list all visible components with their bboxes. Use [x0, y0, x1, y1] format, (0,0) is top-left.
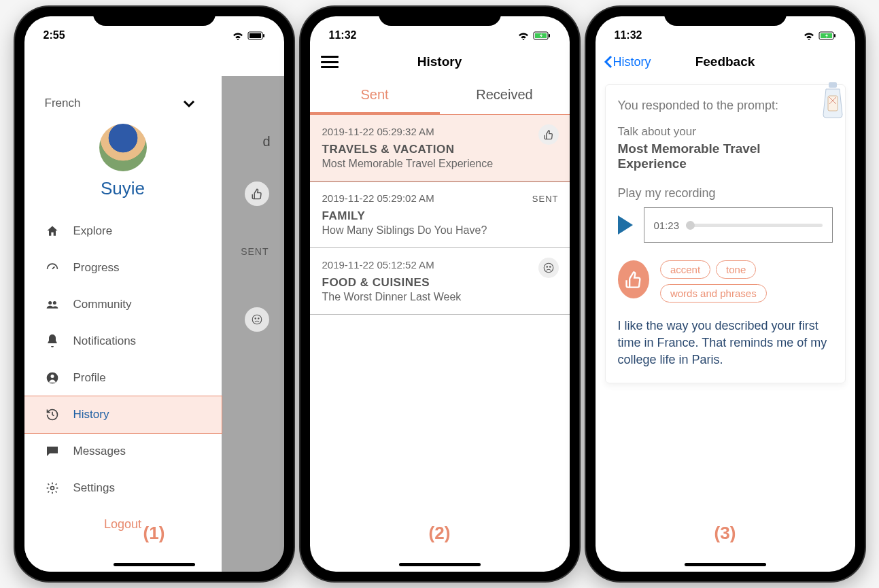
play-label: Play my recording	[618, 186, 833, 201]
history-icon	[45, 407, 60, 422]
menu-item-profile[interactable]: Profile	[24, 360, 222, 396]
svg-point-4	[255, 318, 256, 319]
status-time: 11:32	[615, 29, 642, 41]
svg-rect-21	[828, 96, 838, 111]
svg-point-16	[549, 266, 551, 268]
svg-rect-1	[249, 33, 261, 38]
tab-received[interactable]: Received	[440, 77, 570, 114]
user-icon	[45, 370, 60, 385]
svg-rect-20	[829, 82, 837, 88]
prompt-title: Most Memorable Travel Experience	[618, 141, 833, 171]
chevron-down-icon	[182, 99, 196, 108]
history-item[interactable]: 2019-11-22 05:29:32 AM TRAVELS & VACATIO…	[310, 115, 570, 181]
prompt-lead: Talk about your	[618, 125, 833, 139]
bottle-icon	[819, 81, 846, 119]
menu-button[interactable]	[321, 56, 339, 68]
message-icon	[45, 444, 60, 459]
svg-point-7	[52, 301, 56, 305]
phone-label: (1)	[143, 523, 165, 544]
prompt-intro: You responded to the prompt:	[618, 99, 833, 113]
navigation-drawer: French Suyie Explore Progress	[24, 76, 222, 572]
status-time: 2:55	[44, 29, 65, 41]
menu-label: Explore	[73, 224, 113, 238]
svg-point-9	[50, 375, 54, 378]
language-label: French	[45, 97, 81, 110]
history-subtitle: Most Memorable Travel Experience	[322, 158, 557, 170]
history-subtitle: How Many Siblings Do You Have?	[322, 224, 557, 237]
thumbs-up-icon	[538, 124, 559, 145]
battery-charging-icon	[818, 31, 836, 40]
feedback-tag[interactable]: words and phrases	[660, 284, 767, 302]
menu-label: Community	[73, 298, 132, 311]
history-date: 2019-11-22 05:29:32 AM	[322, 126, 557, 137]
history-category: TRAVELS & VACATION	[322, 143, 557, 156]
menu-item-explore[interactable]: Explore	[24, 213, 222, 249]
svg-point-14	[544, 263, 553, 273]
phone-label: (2)	[429, 523, 451, 544]
battery-charging-icon	[533, 31, 551, 40]
menu-label: Profile	[73, 371, 106, 385]
feedback-tag[interactable]: accent	[660, 260, 710, 279]
thumbs-up-badge	[618, 260, 649, 298]
bell-icon	[45, 334, 60, 349]
play-button[interactable]	[618, 215, 633, 235]
svg-point-15	[547, 266, 548, 268]
menu-item-community[interactable]: Community	[24, 286, 222, 323]
people-icon	[45, 297, 60, 312]
sent-label: SENT	[241, 246, 269, 257]
back-label: History	[613, 55, 651, 69]
menu-item-settings[interactable]: Settings	[24, 470, 222, 506]
svg-rect-2	[263, 34, 264, 37]
history-date: 2019-11-22 05:12:52 AM	[322, 259, 557, 271]
username: Suyie	[24, 178, 222, 199]
history-item[interactable]: 2019-11-22 05:29:02 AM FAMILY How Many S…	[310, 181, 570, 248]
tab-sent[interactable]: Sent	[310, 77, 440, 114]
menu-label: Notifications	[73, 334, 137, 348]
svg-rect-13	[549, 34, 550, 37]
svg-rect-19	[834, 34, 835, 37]
feedback-tag[interactable]: tone	[716, 260, 756, 279]
speedometer-icon	[45, 260, 60, 275]
home-icon	[45, 224, 60, 239]
page-title: History	[417, 54, 462, 69]
thumbs-up-icon	[245, 181, 269, 206]
history-category: FAMILY	[322, 209, 557, 223]
wifi-icon	[517, 31, 530, 40]
feedback-text: I like the way you described your first …	[618, 317, 833, 369]
phone-label: (3)	[714, 523, 736, 544]
svg-point-10	[50, 487, 54, 490]
history-category: FOOD & CUISINES	[322, 276, 557, 290]
menu-item-messages[interactable]: Messages	[24, 433, 222, 470]
user-avatar[interactable]	[99, 124, 147, 171]
menu-label: Progress	[73, 261, 120, 275]
sent-badge: SENT	[532, 194, 559, 204]
sad-face-icon	[245, 307, 269, 332]
svg-point-6	[48, 301, 52, 305]
menu-item-notifications[interactable]: Notifications	[24, 323, 222, 360]
menu-label: Settings	[73, 481, 115, 495]
menu-label: History	[73, 408, 109, 421]
svg-point-5	[258, 318, 259, 319]
history-item[interactable]: 2019-11-22 05:12:52 AM FOOD & CUISINES T…	[310, 248, 570, 315]
chevron-left-icon	[604, 55, 613, 69]
battery-icon	[247, 31, 265, 40]
audio-progress[interactable]: 01:23	[644, 207, 833, 243]
time-code: 01:23	[654, 220, 680, 231]
history-date: 2019-11-22 05:29:02 AM	[322, 192, 557, 204]
page-title: Feedback	[695, 54, 755, 69]
logout-button[interactable]: Logout	[24, 517, 222, 532]
menu-label: Messages	[73, 445, 126, 458]
history-subtitle: The Worst Dinner Last Week	[322, 291, 557, 303]
gear-icon	[45, 481, 60, 496]
wifi-icon	[232, 31, 244, 40]
wifi-icon	[803, 31, 815, 40]
status-time: 11:32	[329, 29, 357, 41]
menu-item-progress[interactable]: Progress	[24, 249, 222, 286]
language-selector[interactable]: French	[24, 97, 222, 110]
menu-item-history[interactable]: History	[24, 396, 222, 433]
feedback-card: You responded to the prompt: Talk about …	[605, 84, 846, 383]
back-button[interactable]: History	[604, 55, 651, 69]
progress-bar[interactable]	[686, 224, 822, 227]
sad-face-icon	[538, 258, 559, 278]
svg-point-3	[252, 315, 262, 324]
